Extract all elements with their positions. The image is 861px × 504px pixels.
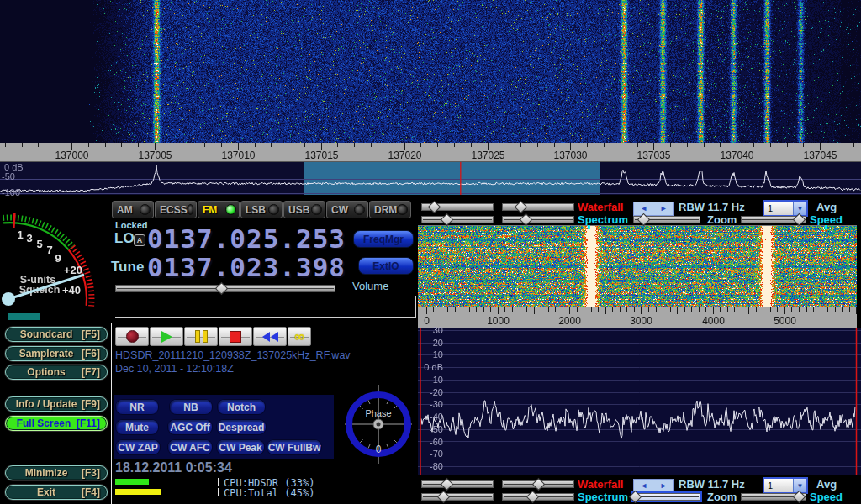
playback-position-bar <box>115 296 416 318</box>
loop-button[interactable]: ∞ <box>288 327 311 346</box>
cpu-total-bar <box>115 488 219 496</box>
info-update-button[interactable]: Info / Update[F9] <box>5 396 108 412</box>
cw-fullbw-button[interactable]: CW FullBw <box>267 440 321 454</box>
play-button[interactable] <box>150 327 183 346</box>
pause-button[interactable] <box>184 327 218 346</box>
rewind-button[interactable] <box>253 327 287 346</box>
spectrum-lower-slider[interactable] <box>502 215 574 223</box>
volume-slider[interactable] <box>115 284 335 291</box>
cw-afc-button[interactable]: CW AFC <box>168 440 212 454</box>
zoom-slider[interactable] <box>633 215 700 223</box>
minimize-button[interactable]: Minimize[F3] <box>5 465 108 480</box>
mute-button[interactable]: Mute <box>116 420 158 434</box>
soundcard-button[interactable]: Soundcard[F5] <box>5 327 108 342</box>
avg-label: Avg <box>816 478 837 491</box>
led-indicator <box>311 204 322 215</box>
rf-db-label-50: -50 <box>2 171 15 181</box>
rbw-stepper[interactable]: ◄► <box>633 479 674 493</box>
phase-indicator: Phase 0 <box>343 385 414 464</box>
af-frequency-scale[interactable] <box>418 307 857 328</box>
stop-button[interactable] <box>219 327 252 346</box>
waterfall-lower-slider[interactable] <box>502 480 574 487</box>
s-meter-pivot <box>2 292 15 306</box>
freqmgr-button[interactable]: FreqMgr <box>353 230 414 248</box>
notch-button[interactable]: Notch <box>218 400 265 414</box>
led-indicator <box>225 204 236 215</box>
squelch-level-bar[interactable] <box>8 313 40 320</box>
options-button[interactable]: Options[F7] <box>5 365 108 380</box>
lo-frequency-value[interactable]: 0137.025.253 <box>147 223 346 254</box>
mode-button-am[interactable]: AM <box>112 201 154 218</box>
tune-frequency-value[interactable]: 0137.023.398 <box>147 252 346 282</box>
led-indicator <box>188 204 193 215</box>
rbw-increase-icon[interactable]: ► <box>660 482 668 490</box>
pause-icon <box>195 330 208 343</box>
rf-frequency-scale[interactable] <box>0 143 861 162</box>
record-button[interactable] <box>115 327 149 346</box>
clock-display: 18.12.2011 0:05:34 <box>115 460 232 475</box>
locked-status: Locked <box>115 220 148 230</box>
s-meter-label-5: 5 <box>36 238 42 250</box>
mode-button-drm[interactable]: DRM <box>369 201 411 218</box>
cw-zap-button[interactable]: CW ZAP <box>116 440 160 454</box>
waterfall-upper-slider[interactable] <box>421 202 494 210</box>
nb-button[interactable]: NB <box>170 400 212 414</box>
recording-filename: HDSDR_20111210_120938Z_137025kHz_RF.wav <box>115 349 351 361</box>
mode-button-cw[interactable]: CW <box>326 201 368 218</box>
waterfall-lower-slider[interactable] <box>502 202 574 210</box>
dsp-panel: NR NB Notch Mute AGC Off Despread CW ZAP… <box>114 395 334 459</box>
rbw-value: RBW 11.7 Hz <box>679 201 745 213</box>
speed-slider[interactable] <box>741 492 806 500</box>
mode-button-fm[interactable]: FM <box>198 201 240 218</box>
rewind-icon <box>262 332 278 342</box>
waterfall-label: Waterfall <box>578 478 623 491</box>
mode-button-ecss[interactable]: ECSS <box>155 201 197 218</box>
rf-spectrum-display[interactable] <box>0 162 861 195</box>
phase-value: 0 <box>376 444 382 455</box>
cw-peak-button[interactable]: CW Peak <box>217 440 264 454</box>
mode-button-usb[interactable]: USB <box>283 201 325 218</box>
mode-button-row: AM ECSS FM LSB USB CW DRM <box>112 201 412 218</box>
s-meter-limit-mark <box>13 213 14 228</box>
rbw-decrease-icon[interactable]: ◄ <box>640 205 647 213</box>
zoom-slider[interactable] <box>633 492 700 500</box>
rbw-value: RBW 11.7 Hz <box>679 478 745 491</box>
af-spectrum-display[interactable] <box>418 328 861 475</box>
nr-button[interactable]: NR <box>116 400 158 414</box>
exit-button[interactable]: Exit[F4] <box>5 485 108 500</box>
af-display-controls-top: Waterfall ◄► RBW 11.7 Hz 1▼ Avg Spectrum… <box>418 200 861 225</box>
af-waterfall-display[interactable] <box>418 225 857 307</box>
avg-select[interactable]: 1▼ <box>763 200 808 217</box>
waterfall-upper-slider[interactable] <box>421 480 494 487</box>
despread-button[interactable]: Despread <box>217 420 266 434</box>
rbw-stepper[interactable]: ◄► <box>633 202 674 216</box>
zoom-label: Zoom <box>707 213 737 226</box>
fullscreen-button[interactable]: Full Screen[F11] <box>5 416 108 431</box>
stop-icon <box>230 331 241 343</box>
rf-waterfall-display[interactable] <box>0 0 861 143</box>
s-meter-label-p40: +40 <box>62 284 81 297</box>
rbw-decrease-icon[interactable]: ◄ <box>640 482 647 490</box>
extio-button[interactable]: ExtIO <box>358 257 414 275</box>
af-db-axis: 30 20 10 0 dB -10 -20 -30 -40 -50 -60 -7… <box>418 328 452 475</box>
led-indicator <box>140 204 151 215</box>
avg-select[interactable]: 1▼ <box>763 477 808 494</box>
record-icon <box>126 330 139 343</box>
spectrum-label: Spectrum <box>578 491 628 503</box>
speed-slider[interactable] <box>741 215 806 223</box>
spectrum-lower-slider[interactable] <box>502 492 574 500</box>
spectrum-upper-slider[interactable] <box>421 215 494 223</box>
spectrum-label: Spectrum <box>578 213 628 226</box>
recording-timestamp: Dec 10, 2011 - 12:10:18Z <box>115 363 234 375</box>
mode-button-lsb[interactable]: LSB <box>240 201 283 218</box>
spectrum-upper-slider[interactable] <box>421 492 494 500</box>
rbw-increase-icon[interactable]: ► <box>660 205 668 213</box>
led-indicator <box>397 204 408 215</box>
samplerate-button[interactable]: Samplerate[F6] <box>5 346 108 361</box>
s-meter-label-7: 7 <box>46 244 52 256</box>
lo-label: LO <box>114 230 135 247</box>
lo-auto-badge[interactable]: A <box>134 234 145 246</box>
tune-label: Tune <box>111 259 144 276</box>
af-display-controls-bottom: Waterfall ◄► RBW 11.7 Hz 1▼ Avg Spectrum… <box>418 477 861 502</box>
agc-off-button[interactable]: AGC Off <box>168 420 212 434</box>
